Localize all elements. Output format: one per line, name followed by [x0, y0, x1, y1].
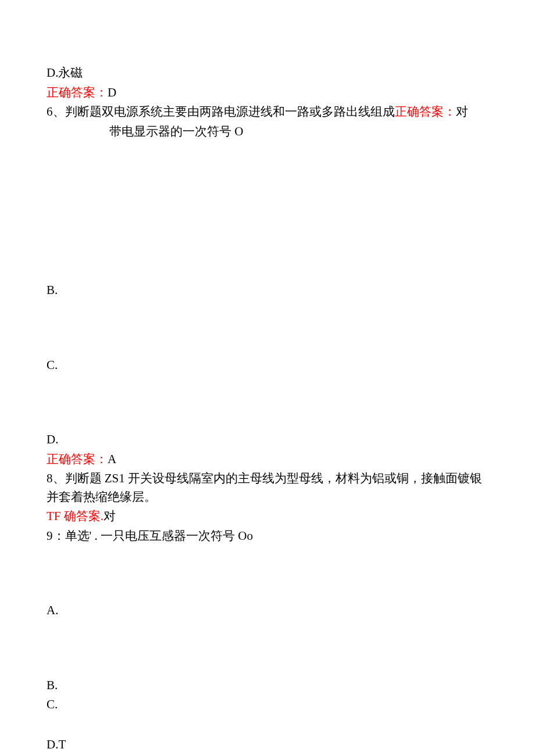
q6-continuation: 带电显示器的一次符号 O	[47, 123, 488, 141]
q7-option-c: C.	[47, 356, 488, 375]
spacer-5	[47, 621, 488, 676]
spacer-1	[47, 142, 488, 281]
spacer-4	[47, 546, 488, 601]
q8-answer-value: 对	[104, 509, 116, 523]
q8-answer-label: TF 确答案.	[47, 509, 104, 523]
spacer-3	[47, 375, 488, 431]
q9-option-c: C.	[47, 696, 488, 714]
q9-option-a: A.	[47, 601, 488, 620]
q6-answer-value: 对	[456, 105, 468, 119]
q7-answer-line: 正确答案：A	[47, 450, 488, 469]
q8-answer-line: TF 确答案.对	[47, 507, 488, 526]
spacer-6	[47, 715, 488, 736]
q7-answer-label: 正确答案：	[47, 452, 108, 466]
q5-answer-value: D	[108, 85, 116, 99]
q9-option-d: D.T	[47, 736, 488, 754]
q7-option-d: D.	[47, 431, 488, 449]
q5-answer-label: 正确答案：	[47, 85, 108, 99]
q7-answer-value: A	[108, 452, 116, 466]
q9-question-text: 9：单选' . 一只电压互感器一次符号 Oo	[47, 527, 488, 546]
q8-question-text: 8、判断题 ZS1 开关设母线隔室内的主母线为型母线，材料为铝或铜，接触面镀银并…	[47, 470, 488, 506]
q6-line: 6、判断题双电源系统主要由两路电源进线和一路或多路出线组成正确答案：对	[47, 103, 488, 121]
q9-option-b: B.	[47, 676, 488, 695]
q5-option-d: D.永磁	[47, 64, 488, 83]
spacer-2	[47, 301, 488, 356]
q7-option-b: B.	[47, 281, 488, 300]
q6-answer-label: 正确答案：	[395, 105, 456, 119]
q6-question-text: 6、判断题双电源系统主要由两路电源进线和一路或多路出线组成	[47, 105, 395, 119]
q5-answer-line: 正确答案：D	[47, 84, 488, 102]
